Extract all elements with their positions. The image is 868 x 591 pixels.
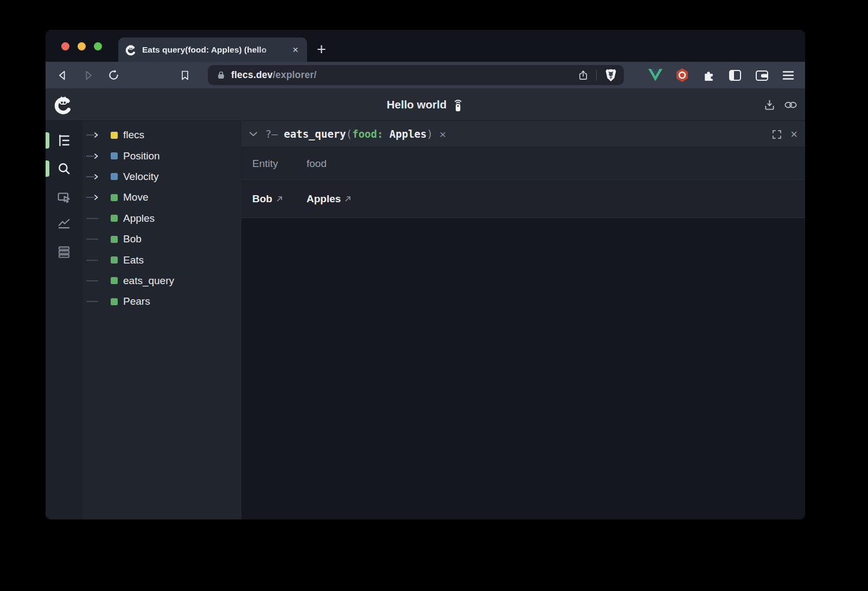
query-clear-icon[interactable]: × (439, 129, 446, 140)
query-paren-close: ) (426, 128, 432, 140)
tree-item-pears[interactable]: Pears (82, 291, 241, 312)
extension-hexagon-icon[interactable] (675, 68, 689, 82)
fullscreen-icon[interactable] (772, 130, 782, 139)
component-color-swatch (111, 194, 118, 201)
tree-connector-line (86, 278, 111, 284)
extensions-row (648, 62, 795, 88)
url-domain: flecs.dev (231, 69, 273, 80)
query-paren-open: ( (346, 128, 352, 140)
entity-link[interactable]: Bob (241, 193, 307, 205)
inspect-icon[interactable] (57, 190, 71, 204)
component-color-swatch (111, 256, 118, 264)
entity-link-label: Bob (252, 193, 272, 205)
header-actions (763, 88, 797, 121)
query-panel: ?– eats_query(food: Apples) × × Entity f… (241, 121, 805, 519)
query-panel-empty-area (241, 218, 805, 519)
tree-connector-line (86, 236, 111, 242)
result-table-row: Bob Apples (241, 180, 805, 218)
expand-arrow-icon[interactable] (86, 132, 111, 138)
flecs-logo-icon[interactable] (53, 95, 73, 115)
tree-item-label: Eats (123, 254, 144, 266)
active-indicator (46, 132, 49, 149)
minimize-window-button[interactable] (78, 42, 86, 50)
sidebar-toggle-icon[interactable] (728, 68, 742, 82)
download-icon[interactable] (763, 99, 776, 111)
query-param-value: Apples (390, 128, 427, 140)
expand-arrow-icon[interactable] (86, 174, 111, 179)
tree-item-bob[interactable]: Bob (82, 229, 241, 249)
app-header: Hello world (46, 88, 805, 121)
menu-icon[interactable] (781, 68, 795, 82)
tree-item-label: eats_query (123, 275, 174, 287)
tab-title: Eats query(food: Apples) (hello (142, 45, 290, 55)
close-panel-icon[interactable]: × (790, 129, 797, 140)
query-expression: ?– eats_query(food: Apples) (265, 128, 433, 140)
tree-connector-line (86, 258, 111, 263)
url-text: flecs.dev/explorer/ (231, 69, 317, 81)
column-header-entity: Entity (241, 158, 307, 170)
tree-item-label: Move (123, 191, 148, 203)
window-controls (61, 42, 102, 50)
tree-item-eats[interactable]: Eats (82, 249, 241, 270)
charts-icon[interactable] (57, 216, 71, 230)
expand-arrow-icon[interactable] (86, 153, 111, 159)
external-link-icon (276, 195, 283, 202)
vue-devtools-icon[interactable] (648, 68, 662, 82)
brave-shields-icon[interactable] (604, 68, 617, 82)
address-bar[interactable]: flecs.dev/explorer/ (208, 65, 624, 85)
tree-item-flecs[interactable]: flecs (82, 125, 241, 145)
component-color-swatch (111, 215, 118, 222)
icon-sidebar (46, 121, 82, 519)
copy-link-icon[interactable] (784, 99, 797, 111)
tree-item-label: flecs (123, 129, 144, 141)
remote-connection-icon[interactable] (452, 98, 464, 112)
expand-arrow-icon[interactable] (86, 195, 111, 200)
stats-icon[interactable] (57, 245, 71, 259)
tree-item-label: Bob (123, 233, 142, 245)
flecs-favicon-icon (125, 44, 137, 56)
tree-item-label: Pears (123, 295, 150, 307)
new-tab-button[interactable]: + (317, 38, 326, 60)
browser-tab[interactable]: Eats query(food: Apples) (hello × (118, 37, 307, 62)
entity-tree-icon[interactable] (57, 133, 71, 147)
tree-item-label: Velocity (123, 171, 158, 183)
result-table-header: Entity food (241, 147, 805, 180)
external-link-icon (344, 195, 352, 202)
query-param: food (352, 128, 377, 140)
search-icon[interactable] (57, 162, 71, 176)
tree-item-position[interactable]: Position (82, 145, 241, 166)
back-button[interactable] (53, 62, 72, 88)
component-color-swatch (111, 277, 118, 284)
reload-button[interactable] (104, 62, 123, 88)
browser-toolbar: flecs.dev/explorer/ (46, 62, 805, 88)
app-main: flecs Position Velocity (46, 121, 805, 519)
query-prompt: ?– (265, 128, 278, 140)
wallet-icon[interactable] (755, 68, 769, 82)
forward-button[interactable] (79, 62, 98, 88)
close-window-button[interactable] (61, 42, 69, 50)
tree-item-eats-query[interactable]: eats_query (82, 271, 241, 291)
https-lock-icon[interactable] (216, 70, 226, 80)
active-indicator (46, 160, 49, 177)
tab-strip: Eats query(food: Apples) (hello × + (46, 30, 805, 62)
collapse-chevron-icon[interactable] (249, 131, 258, 137)
query-colon: : (377, 128, 390, 140)
query-name: eats_query (284, 128, 346, 140)
share-icon[interactable] (578, 69, 589, 81)
query-panel-header: ?– eats_query(food: Apples) × × (241, 121, 805, 147)
tree-connector-line (86, 299, 111, 304)
url-path: /explorer/ (273, 69, 317, 80)
tab-close-icon[interactable]: × (290, 43, 301, 56)
bookmark-icon[interactable] (175, 62, 195, 88)
extensions-puzzle-icon[interactable] (701, 68, 716, 82)
tree-item-velocity[interactable]: Velocity (82, 166, 241, 187)
tree-item-label: Apples (123, 213, 155, 224)
food-link[interactable]: Apples (307, 193, 415, 205)
component-color-swatch (111, 298, 118, 305)
zoom-window-button[interactable] (94, 42, 102, 50)
tree-item-move[interactable]: Move (82, 187, 241, 208)
entity-tree-panel: flecs Position Velocity (82, 121, 241, 519)
tree-item-apples[interactable]: Apples (82, 208, 241, 229)
component-color-swatch (111, 152, 118, 159)
world-title: Hello world (387, 88, 464, 121)
